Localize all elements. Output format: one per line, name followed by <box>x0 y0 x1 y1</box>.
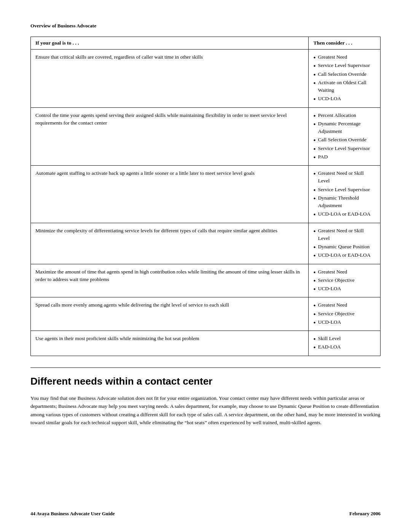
list-item: Service Level Supervisor <box>313 145 376 152</box>
table-row: Control the time your agents spend servi… <box>31 107 381 166</box>
consider-cell: Greatest NeedService ObjectiveUCD-LOA <box>309 297 381 331</box>
consider-cell: Greatest NeedService ObjectiveUCD-LOA <box>309 264 381 297</box>
footer-left: 44 Avaya Business Advocate User Guide <box>30 511 115 517</box>
list-item: UCD-LOA <box>313 285 376 292</box>
page-footer: 44 Avaya Business Advocate User Guide Fe… <box>30 511 381 517</box>
page: Overview of Business Advocate If your go… <box>0 0 411 532</box>
list-item: Service Objective <box>313 276 376 284</box>
list-item: Dynamic Threshold Adjustment <box>313 194 376 210</box>
consider-cell: Greatest Need or Skill LevelService Leve… <box>309 166 381 223</box>
list-item: Activate on Oldest Call Waiting <box>313 79 376 94</box>
bullet-list: Greatest Need or Skill LevelDynamic Queu… <box>313 227 376 259</box>
goal-cell: Maximize the amount of time that agents … <box>31 264 309 297</box>
list-item: Greatest Need <box>313 301 376 309</box>
table-row: Maximize the amount of time that agents … <box>31 264 381 297</box>
list-item: Dynamic Queue Position <box>313 243 376 251</box>
bullet-list: Percent AllocationDynamic Percentage Adj… <box>313 112 376 161</box>
consider-cell: Greatest NeedService Level SupervisorCal… <box>309 50 381 108</box>
list-item: Greatest Need <box>313 268 376 276</box>
list-item: Call Selection Override <box>313 136 376 144</box>
bullet-list: Greatest Need or Skill LevelService Leve… <box>313 169 376 218</box>
consider-cell: Percent AllocationDynamic Percentage Adj… <box>309 107 381 166</box>
col1-header: If your goal is to . . . <box>31 37 309 50</box>
bullet-list: Greatest NeedService Level SupervisorCal… <box>313 53 376 103</box>
table-row: Minimize the complexity of differentiati… <box>31 223 381 264</box>
bullet-list: Greatest NeedService ObjectiveUCD-LOA <box>313 301 376 326</box>
list-item: Service Level Supervisor <box>313 186 376 193</box>
table-row: Automate agent staffing to activate back… <box>31 166 381 223</box>
bullet-list: Skill LevelEAD-LOA <box>313 335 376 351</box>
goal-cell: Control the time your agents spend servi… <box>31 107 309 166</box>
table-row: Spread calls more evenly among agents wh… <box>31 297 381 331</box>
list-item: UCD-LOA or EAD-LOA <box>313 251 376 259</box>
consider-cell: Skill LevelEAD-LOA <box>309 331 381 356</box>
list-item: Service Objective <box>313 310 376 318</box>
goal-cell: Minimize the complexity of differentiati… <box>31 223 309 264</box>
main-table: If your goal is to . . . Then consider .… <box>30 37 381 356</box>
list-item: UCD-LOA or EAD-LOA <box>313 210 376 218</box>
list-item: UCD-LOA <box>313 318 376 326</box>
list-item: Greatest Need or Skill Level <box>313 169 376 185</box>
goal-cell: Automate agent staffing to activate back… <box>31 166 309 223</box>
list-item: Service Level Supervisor <box>313 62 376 69</box>
col2-header: Then consider . . . <box>309 37 381 50</box>
list-item: Greatest Need or Skill Level <box>313 227 376 243</box>
table-row: Ensure that critical skills are covered,… <box>31 50 381 108</box>
consider-cell: Greatest Need or Skill LevelDynamic Queu… <box>309 223 381 264</box>
goal-cell: Ensure that critical skills are covered,… <box>31 50 309 108</box>
bullet-list: Greatest NeedService ObjectiveUCD-LOA <box>313 268 376 293</box>
list-item: EAD-LOA <box>313 343 376 351</box>
body-text: You may find that one Business Advocate … <box>30 394 381 427</box>
list-item: Percent Allocation <box>313 112 376 119</box>
section-divider <box>30 367 381 368</box>
page-header: Overview of Business Advocate <box>30 23 381 29</box>
list-item: Dynamic Percentage Adjustment <box>313 120 376 136</box>
list-item: Greatest Need <box>313 53 376 61</box>
footer-right: February 2006 <box>349 511 381 517</box>
list-item: PAD <box>313 153 376 161</box>
list-item: Call Selection Override <box>313 70 376 78</box>
list-item: UCD-LOA <box>313 95 376 102</box>
goal-cell: Use agents in their most proficient skil… <box>31 331 309 356</box>
list-item: Skill Level <box>313 335 376 342</box>
goal-cell: Spread calls more evenly among agents wh… <box>31 297 309 331</box>
table-row: Use agents in their most proficient skil… <box>31 331 381 356</box>
section-heading: Different needs within a contact center <box>30 375 381 387</box>
